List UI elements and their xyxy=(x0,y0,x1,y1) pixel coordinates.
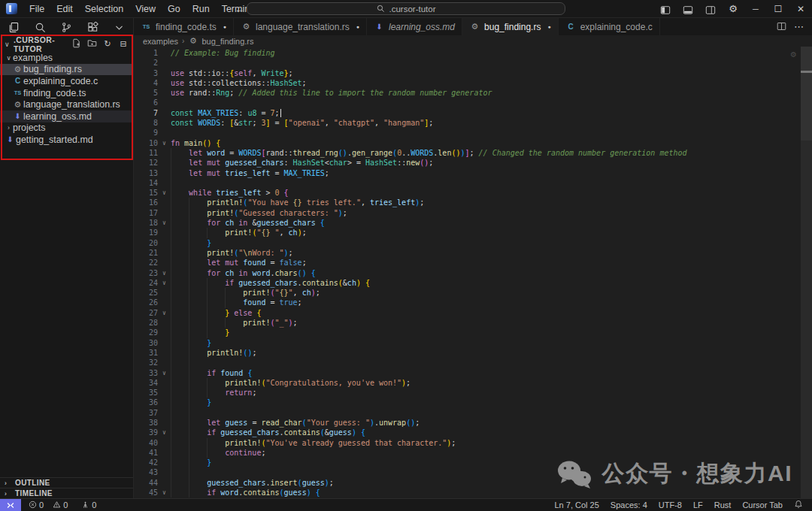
modified-dot-icon[interactable]: ● xyxy=(356,24,359,29)
minimap-scrollbar[interactable] xyxy=(801,47,812,498)
file-row-getting_started.md[interactable]: ⬇getting_started.md xyxy=(0,134,133,146)
file-row-bug_finding.rs[interactable]: ⚙bug_finding.rs xyxy=(0,64,133,76)
remote-indicator[interactable] xyxy=(0,499,21,511)
toggle-secondary-sidebar-icon[interactable] xyxy=(699,0,722,18)
collapse-all-icon[interactable]: ⊟ xyxy=(118,39,129,49)
code-line-28[interactable]: 28 print!("_"); xyxy=(134,318,812,328)
refresh-icon[interactable]: ↻ xyxy=(102,39,113,49)
code-editor[interactable]: 1// Example: Bug finding23use std::io::{… xyxy=(134,47,812,498)
code-line-9[interactable]: 9 xyxy=(134,128,812,138)
code-line-41[interactable]: 41 continue; xyxy=(134,448,812,458)
status-cursor-tab[interactable]: Cursor Tab xyxy=(742,500,783,509)
extensions-icon[interactable] xyxy=(86,20,100,34)
code-line-29[interactable]: 29 } xyxy=(134,328,812,337)
timeline-section[interactable]: › TIMELINE xyxy=(0,488,133,498)
code-line-27[interactable]: 27∨ } else { xyxy=(134,308,812,318)
more-actions-icon[interactable]: ⋯ xyxy=(794,21,804,32)
fold-chevron-icon[interactable]: ∨ xyxy=(158,368,171,378)
code-line-12[interactable]: 12 let mut guessed_chars: HashSet<char> … xyxy=(134,158,812,168)
code-line-16[interactable]: 16 println!("You have {} tries left.", t… xyxy=(134,198,812,207)
fold-chevron-icon[interactable]: ∨ xyxy=(158,138,171,148)
code-line-23[interactable]: 23∨ for ch in word.chars() { xyxy=(134,268,812,278)
code-line-24[interactable]: 24∨ if guessed_chars.contains(&ch) { xyxy=(134,278,812,288)
code-line-33[interactable]: 33∨ if found { xyxy=(134,368,812,378)
file-row-projects[interactable]: ›projects xyxy=(0,122,133,135)
file-row-examples[interactable]: ∨examples xyxy=(0,52,133,64)
outline-section[interactable]: › OUTLINE xyxy=(0,477,133,488)
breadcrumb-file[interactable]: bug_finding.rs xyxy=(201,37,253,46)
fold-chevron-icon[interactable]: ∨ xyxy=(158,428,171,437)
split-editor-icon[interactable] xyxy=(777,20,786,34)
menu-go[interactable]: Go xyxy=(162,0,186,18)
fold-chevron-icon[interactable]: ∨ xyxy=(158,308,171,318)
minimap-slider[interactable] xyxy=(801,47,812,141)
code-line-10[interactable]: 10∨fn main() { xyxy=(134,138,812,148)
file-row-language_translation.rs[interactable]: ⚙language_translation.rs xyxy=(0,98,133,110)
code-line-18[interactable]: 18∨ for ch in &guessed_chars { xyxy=(134,218,812,228)
menu-view[interactable]: View xyxy=(129,0,162,18)
modified-dot-icon[interactable]: ● xyxy=(547,24,550,29)
menu-file[interactable]: File xyxy=(23,0,50,18)
explorer-section-header[interactable]: ∨ .CURSOR-TUTOR ↻ ⊟ xyxy=(0,37,133,51)
code-line-17[interactable]: 17 print!("Guessed characters: "); xyxy=(134,208,812,218)
maximize-button[interactable]: ☐ xyxy=(767,0,789,18)
code-line-26[interactable]: 26 found = true; xyxy=(134,298,812,307)
notifications-bell-icon[interactable] xyxy=(794,500,803,510)
search-view-icon[interactable] xyxy=(34,20,47,34)
file-row-learning_oss.md[interactable]: ⬇learning_oss.md xyxy=(0,110,133,122)
status-warning[interactable]: 0 xyxy=(53,500,68,510)
code-line-22[interactable]: 22 let mut found = false; xyxy=(134,258,812,268)
code-line-38[interactable]: 38 let guess = read_char("Your guess: ")… xyxy=(134,418,812,428)
breadcrumb[interactable]: examples › ⚙ bug_finding.rs xyxy=(134,35,812,47)
code-line-34[interactable]: 34 println!("Congratulations, you've won… xyxy=(134,378,812,388)
source-control-icon[interactable] xyxy=(60,20,74,34)
code-line-37[interactable]: 37 xyxy=(134,408,812,418)
code-line-11[interactable]: 11 let word = WORDS[rand::thread_rng().g… xyxy=(134,148,812,158)
code-line-7[interactable]: 7const MAX_TRIES: u8 = 7; xyxy=(134,108,812,118)
status-utf-8[interactable]: UTF-8 xyxy=(659,500,682,509)
code-line-4[interactable]: 4use std::collections::HashSet; xyxy=(134,78,812,88)
menu-edit[interactable]: Edit xyxy=(50,0,79,18)
status-spaces-4[interactable]: Spaces: 4 xyxy=(611,500,647,509)
close-button[interactable]: ✕ xyxy=(789,0,812,18)
menu-selection[interactable]: Selection xyxy=(79,0,129,18)
file-row-explaining_code.c[interactable]: Cexplaining_code.c xyxy=(0,75,133,87)
toggle-sidebar-icon[interactable] xyxy=(654,0,677,18)
code-line-3[interactable]: 3use std::io::{self, Write}; xyxy=(134,68,812,78)
code-line-36[interactable]: 36 } xyxy=(134,398,812,407)
code-line-31[interactable]: 31 println!(); xyxy=(134,348,812,358)
tab-bug_finding.rs[interactable]: ⚙bug_finding.rs● xyxy=(462,18,559,35)
toggle-panel-icon[interactable] xyxy=(677,0,699,18)
new-folder-icon[interactable] xyxy=(86,38,97,50)
code-line-40[interactable]: 40 println!("You've already guessed that… xyxy=(134,438,812,448)
code-line-39[interactable]: 39∨ if guessed_chars.contains(&guess) { xyxy=(134,428,812,437)
code-line-30[interactable]: 30 } xyxy=(134,338,812,348)
code-line-14[interactable]: 14 xyxy=(134,178,812,188)
code-line-21[interactable]: 21 print!("\nWord: "); xyxy=(134,248,812,258)
breadcrumb-folder[interactable]: examples xyxy=(143,37,178,46)
explorer-icon[interactable] xyxy=(8,20,21,34)
fold-chevron-icon[interactable]: ∨ xyxy=(158,278,171,288)
settings-gear-icon[interactable]: ⚙ xyxy=(722,0,744,18)
code-line-45[interactable]: 45∨ if word.contains(guess) { xyxy=(134,488,812,497)
more-views-chevron-icon[interactable] xyxy=(113,20,126,34)
code-line-15[interactable]: 15∨ while tries_left > 0 { xyxy=(134,188,812,198)
fold-chevron-icon[interactable]: ∨ xyxy=(158,218,171,228)
new-file-icon[interactable] xyxy=(71,38,81,50)
menu-run[interactable]: Run xyxy=(186,0,216,18)
fold-chevron-icon[interactable]: ∨ xyxy=(158,488,171,497)
code-line-13[interactable]: 13 let mut tries_left = MAX_TRIES; xyxy=(134,168,812,178)
tab-learning_oss.md[interactable]: ⬇learning_oss.md xyxy=(367,18,462,35)
status-error[interactable]: 0 xyxy=(29,500,44,510)
status-tower[interactable]: 0 xyxy=(81,500,96,510)
code-line-19[interactable]: 19 print!("{} ", ch); xyxy=(134,228,812,237)
fold-chevron-icon[interactable]: ∨ xyxy=(158,188,171,198)
status-lf[interactable]: LF xyxy=(693,500,703,509)
status-ln-7-col-25[interactable]: Ln 7, Col 25 xyxy=(555,500,599,509)
code-line-6[interactable]: 6 xyxy=(134,98,812,107)
tab-finding_code.ts[interactable]: TSfinding_code.ts● xyxy=(134,18,234,35)
back-arrow-icon[interactable]: ← xyxy=(235,4,244,15)
fold-chevron-icon[interactable]: ∨ xyxy=(158,268,171,278)
tab-language_translation.rs[interactable]: ⚙language_translation.rs● xyxy=(234,18,367,35)
command-center-search[interactable]: .cursor-tutor xyxy=(247,2,565,15)
